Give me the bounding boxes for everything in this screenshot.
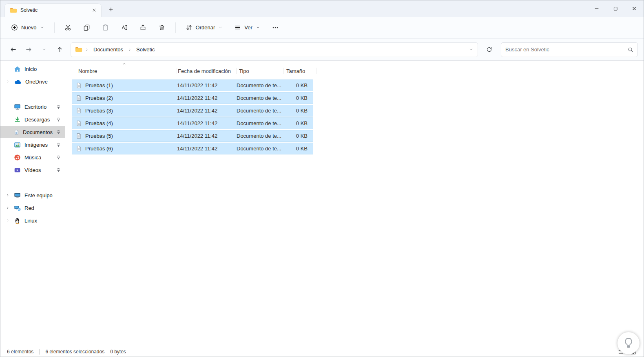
more-options-button[interactable] — [268, 20, 283, 35]
recent-locations-button[interactable] — [37, 43, 51, 57]
file-list-area: Nombre Fecha de modificación Tipo Tamaño… — [65, 61, 644, 347]
rename-icon — [121, 24, 128, 31]
tab-title: Solvetic — [20, 7, 86, 13]
arrow-right-icon — [25, 46, 32, 53]
sidebar-item-label: Inicio — [24, 66, 61, 72]
toolbar-separator — [54, 22, 55, 33]
up-button[interactable] — [53, 43, 66, 57]
paste-button[interactable] — [98, 20, 113, 35]
refresh-button[interactable] — [482, 43, 496, 57]
column-header-fecha[interactable]: Fecha de modificación — [177, 65, 237, 77]
new-tab-button[interactable] — [105, 3, 117, 15]
command-toolbar: Nuevo Ordenar Ver — [0, 17, 644, 39]
new-button-label: Nuevo — [21, 24, 37, 31]
file-row[interactable]: Pruebas (6) 14/11/2022 11:42 Documento d… — [72, 143, 313, 154]
file-type: Documento de te... — [237, 95, 284, 101]
sidebar-item-escritorio[interactable]: Escritorio — [0, 101, 65, 113]
minimize-button[interactable] — [587, 0, 606, 17]
cut-button[interactable] — [60, 20, 76, 35]
file-date: 14/11/2022 11:42 — [177, 120, 237, 126]
file-type: Documento de te... — [237, 108, 284, 114]
column-header-tipo[interactable]: Tipo — [237, 65, 284, 77]
file-row[interactable]: Pruebas (2) 14/11/2022 11:42 Documento d… — [72, 92, 313, 104]
plus-circle-icon — [11, 24, 18, 31]
sidebar-item-label: Documentos — [23, 129, 53, 135]
pin-icon — [56, 105, 61, 109]
file-row[interactable]: Pruebas (5) 14/11/2022 11:42 Documento d… — [72, 130, 313, 142]
chevron-right-icon[interactable] — [5, 193, 10, 197]
sidebar-item-este-equipo[interactable]: Este equipo — [0, 189, 65, 201]
copy-button[interactable] — [79, 20, 95, 35]
chevron-right-icon[interactable] — [5, 79, 10, 84]
tab-solvetic[interactable]: Solvetic — [4, 3, 102, 17]
new-button[interactable]: Nuevo — [7, 20, 49, 35]
address-dropdown-icon[interactable] — [469, 47, 474, 52]
window-controls — [587, 0, 644, 17]
column-header-tamano[interactable]: Tamaño — [284, 65, 316, 77]
delete-button[interactable] — [154, 20, 170, 35]
file-type: Documento de te... — [237, 82, 284, 88]
status-divider — [39, 349, 40, 355]
sidebar-item-videos[interactable]: Vídeos — [0, 164, 65, 176]
breadcrumb-item-solvetic[interactable]: Solvetic — [134, 45, 157, 54]
back-button[interactable] — [6, 43, 20, 57]
file-row[interactable]: Pruebas (1) 14/11/2022 11:42 Documento d… — [72, 79, 313, 91]
file-size: 0 KB — [284, 133, 308, 139]
maximize-button[interactable] — [606, 0, 625, 17]
file-row[interactable]: Pruebas (4) 14/11/2022 11:42 Documento d… — [72, 117, 313, 129]
sort-button[interactable]: Ordenar — [181, 20, 227, 35]
search-input[interactable] — [505, 46, 628, 53]
breadcrumb-item-documentos[interactable]: Documentos — [91, 45, 125, 54]
file-size: 0 KB — [284, 82, 308, 88]
folder-icon — [10, 7, 17, 13]
breadcrumb-chevron-icon[interactable] — [85, 48, 89, 52]
file-type: Documento de te... — [237, 145, 284, 152]
pin-icon — [56, 168, 61, 172]
file-row[interactable]: Pruebas (3) 14/11/2022 11:42 Documento d… — [72, 105, 313, 117]
sort-button-label: Ordenar — [196, 24, 215, 31]
item-count: 6 elementos — [7, 349, 33, 355]
file-name: Pruebas (6) — [85, 145, 113, 152]
sidebar-item-linux[interactable]: Linux — [0, 214, 65, 227]
navigation-bar: Documentos Solvetic — [0, 39, 644, 61]
music-icon — [14, 154, 21, 161]
documents-icon — [14, 129, 19, 136]
sidebar-item-inicio[interactable]: Inicio — [0, 63, 65, 75]
file-size: 0 KB — [284, 95, 308, 101]
text-file-icon — [76, 145, 82, 152]
pin-icon — [56, 130, 61, 134]
file-type: Documento de te... — [237, 133, 284, 139]
sidebar-item-documentos[interactable]: Documentos — [0, 126, 65, 138]
search-icon[interactable] — [628, 47, 633, 53]
chevron-down-icon — [40, 25, 44, 30]
sidebar-item-imagenes[interactable]: Imágenes — [0, 139, 65, 151]
trash-icon — [158, 24, 165, 31]
sidebar-item-descargas[interactable]: Descargas — [0, 113, 65, 126]
view-button[interactable]: Ver — [230, 20, 264, 35]
refresh-icon — [486, 46, 492, 53]
chevron-right-icon[interactable] — [5, 218, 10, 223]
breadcrumb-chevron-icon[interactable] — [128, 48, 132, 52]
sidebar-item-label: Descargas — [24, 117, 53, 123]
file-date: 14/11/2022 11:42 — [177, 145, 237, 152]
file-size: 0 KB — [284, 145, 308, 152]
toolbar-separator — [175, 22, 176, 33]
arrow-up-icon — [56, 46, 63, 53]
chevron-right-icon[interactable] — [5, 206, 10, 210]
chevron-down-icon — [42, 47, 46, 52]
address-bar[interactable]: Documentos Solvetic — [71, 42, 478, 57]
file-size: 0 KB — [284, 120, 308, 126]
sidebar-item-onedrive[interactable]: OneDrive — [0, 75, 65, 88]
view-icon — [234, 24, 241, 31]
close-button[interactable] — [625, 0, 644, 17]
sidebar-item-musica[interactable]: Música — [0, 151, 65, 163]
rename-button[interactable] — [117, 20, 132, 35]
forward-button[interactable] — [22, 43, 35, 57]
share-button[interactable] — [135, 20, 151, 35]
sidebar-item-label: Escritorio — [24, 104, 53, 110]
status-bar: 6 elementos 6 elementos seleccionados 0 … — [0, 347, 644, 357]
chevron-down-icon — [218, 25, 223, 30]
tab-close-button[interactable] — [90, 6, 99, 15]
sidebar-item-red[interactable]: Red — [0, 202, 65, 214]
column-header-nombre[interactable]: Nombre — [72, 65, 177, 77]
